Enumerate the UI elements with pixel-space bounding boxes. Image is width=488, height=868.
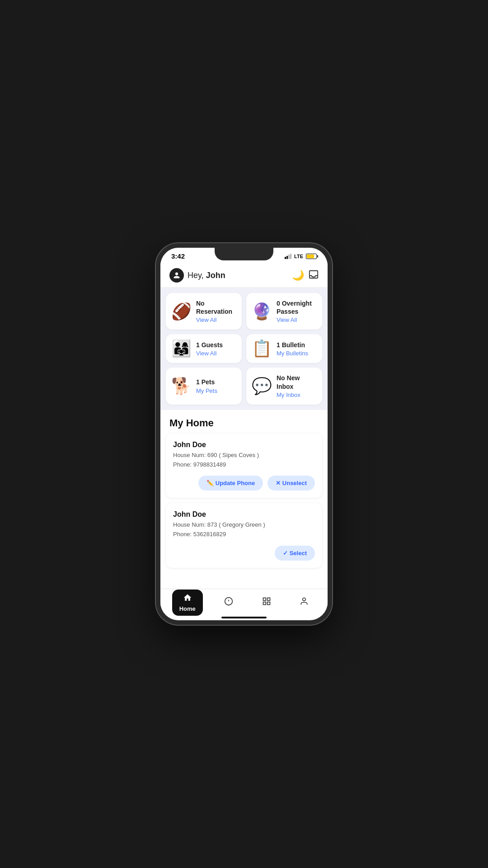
btn-unselect[interactable]: ✕ Unselect bbox=[267, 476, 315, 491]
homes-container: John Doe House Num: 690 ( Sipes Coves ) … bbox=[160, 434, 328, 568]
header-left: Hey, John bbox=[169, 268, 225, 283]
signal-icon bbox=[285, 254, 291, 259]
header: Hey, John 🌙 bbox=[160, 263, 328, 288]
my-home-title: My Home bbox=[160, 410, 328, 434]
passes-title: 0 Overnight Passes bbox=[277, 299, 317, 316]
card-pets[interactable]: 🐕 1 Pets My Pets bbox=[166, 368, 242, 404]
svg-point-8 bbox=[303, 598, 306, 601]
card-inbox[interactable]: 💬 No New Inbox My Inbox bbox=[246, 368, 322, 404]
home-actions: ✓ Select bbox=[173, 546, 315, 561]
inbox-icon: 💬 bbox=[252, 378, 272, 394]
svg-rect-4 bbox=[263, 598, 266, 601]
btn-select[interactable]: ✓ Select bbox=[275, 546, 315, 561]
reservation-link[interactable]: View All bbox=[196, 316, 236, 323]
battery-icon: ⚡ bbox=[306, 254, 317, 259]
guests-link[interactable]: View All bbox=[196, 350, 223, 357]
notch bbox=[215, 248, 273, 260]
bulletin-icon: 📋 bbox=[252, 340, 272, 357]
svg-rect-6 bbox=[263, 602, 266, 605]
bulletin-link[interactable]: My Bulletins bbox=[277, 350, 308, 357]
user-avatar-icon[interactable] bbox=[169, 268, 184, 283]
nav-item-grid[interactable] bbox=[255, 593, 278, 612]
pets-icon: 🐕 bbox=[171, 378, 192, 394]
inbox-link[interactable]: My Inbox bbox=[277, 392, 317, 398]
bottom-nav: Home bbox=[160, 589, 328, 613]
nav-item-alert[interactable] bbox=[217, 593, 240, 612]
passes-icon: 🔮 bbox=[252, 303, 272, 320]
nav-item-profile[interactable] bbox=[292, 593, 316, 612]
guests-title: 1 Guests bbox=[196, 341, 223, 349]
reservation-icon: 🏈 bbox=[171, 303, 192, 320]
svg-rect-5 bbox=[267, 598, 270, 601]
lte-label: LTE bbox=[294, 254, 303, 259]
profile-nav-icon bbox=[300, 597, 309, 608]
home-name: John Doe bbox=[173, 510, 315, 519]
home-nav-icon bbox=[183, 593, 192, 604]
inbox-title: No New Inbox bbox=[277, 374, 317, 390]
status-time: 3:42 bbox=[171, 252, 185, 260]
header-icons: 🌙 bbox=[292, 269, 319, 282]
pets-title: 1 Pets bbox=[196, 378, 217, 386]
moon-icon[interactable]: 🌙 bbox=[292, 269, 304, 281]
home-card-home1: John Doe House Num: 690 ( Sipes Coves ) … bbox=[166, 434, 322, 498]
bulletin-title: 1 Bulletin bbox=[277, 341, 308, 349]
phone-frame: 3:42 LTE ⚡ bbox=[156, 243, 332, 625]
home-card-home2: John Doe House Num: 873 ( Gregory Green … bbox=[166, 503, 322, 568]
status-icons: LTE ⚡ bbox=[285, 254, 317, 259]
tray-icon[interactable] bbox=[309, 269, 319, 282]
home-house-num: House Num: 873 ( Gregory Green ) bbox=[173, 520, 315, 530]
card-reservation[interactable]: 🏈 No Reservation View All bbox=[166, 293, 242, 330]
btn-update-phone[interactable]: ✏️ Update Phone bbox=[198, 476, 263, 491]
home-actions: ✏️ Update Phone✕ Unselect bbox=[173, 476, 315, 491]
guests-icon: 👨‍👩‍👧 bbox=[171, 340, 192, 357]
home-house-num: House Num: 690 ( Sipes Coves ) bbox=[173, 451, 315, 460]
pets-link[interactable]: My Pets bbox=[196, 387, 217, 394]
home-nav-label: Home bbox=[179, 605, 196, 612]
svg-rect-7 bbox=[267, 602, 270, 605]
greeting-text: Hey, John bbox=[188, 271, 225, 280]
card-passes[interactable]: 🔮 0 Overnight Passes View All bbox=[246, 293, 322, 330]
grid-nav-icon bbox=[262, 597, 271, 608]
home-name: John Doe bbox=[173, 441, 315, 449]
home-phone: Phone: 9798831489 bbox=[173, 460, 315, 470]
alert-nav-icon bbox=[224, 597, 233, 608]
card-bulletin[interactable]: 📋 1 Bulletin My Bulletins bbox=[246, 334, 322, 363]
card-guests[interactable]: 👨‍👩‍👧 1 Guests View All bbox=[166, 334, 242, 363]
home-phone: Phone: 5362816829 bbox=[173, 530, 315, 539]
passes-link[interactable]: View All bbox=[277, 316, 317, 323]
cards-grid: 🏈 No Reservation View All 🔮 0 Overnight … bbox=[160, 288, 328, 410]
reservation-title: No Reservation bbox=[196, 299, 236, 316]
nav-item-home[interactable]: Home bbox=[172, 590, 203, 613]
screen: Hey, John 🌙 🏈 No Reservation bbox=[160, 263, 328, 613]
